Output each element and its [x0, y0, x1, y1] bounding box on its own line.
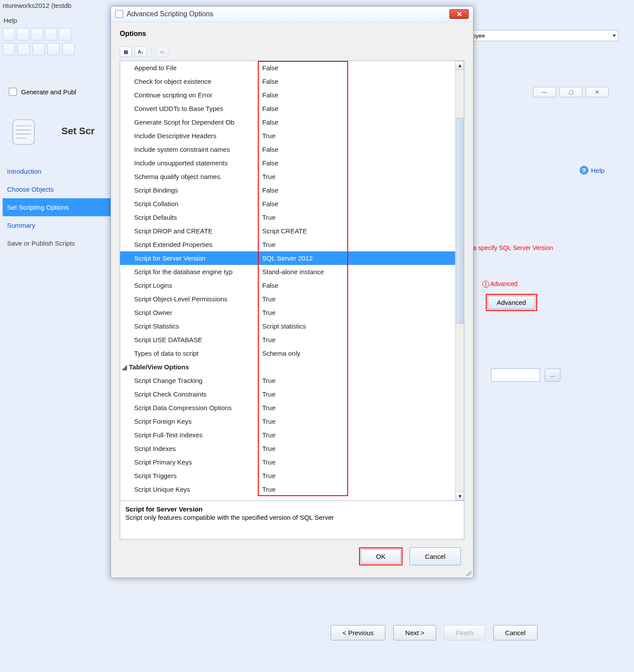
property-row[interactable]: Script Unique KeysTrue — [120, 483, 455, 496]
toolbar-button[interactable] — [62, 43, 75, 55]
property-value[interactable]: True — [260, 445, 455, 452]
property-row[interactable]: Script TriggersTrue — [120, 469, 455, 483]
property-value[interactable]: True — [260, 486, 455, 493]
property-row[interactable]: Script StatisticsScript statistics — [120, 319, 455, 333]
property-value[interactable]: Script statistics — [260, 322, 455, 330]
toolbar-button[interactable] — [31, 28, 43, 40]
sidebar-item[interactable]: Set Scripting Options — [3, 198, 117, 216]
property-value[interactable]: False — [260, 200, 455, 207]
property-row[interactable]: Script for the database engine typStand-… — [120, 265, 455, 279]
property-value[interactable]: False — [260, 282, 455, 289]
property-value[interactable]: True — [260, 404, 455, 411]
maximize-button[interactable]: ▢ — [559, 87, 582, 97]
property-row[interactable]: Types of data to scriptSchema only — [120, 347, 455, 360]
property-value[interactable]: Schema only — [260, 350, 455, 357]
property-group[interactable]: ◢Table/View Options — [120, 360, 455, 374]
property-value[interactable]: True — [260, 241, 455, 248]
property-row[interactable]: Script DROP and CREATEScript CREATE — [120, 224, 455, 238]
property-value[interactable]: True — [260, 458, 455, 466]
help-link[interactable]: ? Help — [580, 166, 605, 175]
property-row[interactable]: Script DefaultsTrue — [120, 211, 455, 224]
property-value[interactable]: False — [260, 91, 455, 99]
close-button[interactable]: ✕ — [586, 87, 609, 97]
property-value[interactable]: True — [260, 472, 455, 479]
property-row[interactable]: Script Change TrackingTrue — [120, 374, 455, 387]
property-row[interactable]: Script Extended PropertiesTrue — [120, 238, 455, 251]
property-value[interactable]: True — [260, 214, 455, 221]
property-row[interactable]: Generate Script for Dependent ObFalse — [120, 115, 455, 129]
toolbar-button[interactable] — [17, 28, 29, 40]
property-row[interactable]: Include Descriptive HeadersTrue — [120, 129, 455, 143]
property-row[interactable]: Script Full-Text IndexesTrue — [120, 428, 455, 442]
property-value[interactable]: True — [260, 418, 455, 425]
property-value[interactable]: False — [260, 118, 455, 126]
property-row[interactable]: Check for object existenceFalse — [120, 75, 455, 88]
property-value[interactable]: SQL Server 2012 — [260, 254, 455, 262]
resize-grip[interactable] — [465, 570, 471, 576]
property-value[interactable]: True — [260, 390, 455, 398]
property-row[interactable]: Script Foreign KeysTrue — [120, 415, 455, 428]
property-value[interactable]: True — [260, 173, 455, 180]
property-value[interactable]: False — [260, 186, 455, 194]
property-value[interactable]: True — [260, 431, 455, 439]
advanced-button[interactable]: Advanced — [488, 296, 535, 309]
browse-button[interactable]: … — [545, 368, 560, 382]
scroll-up-icon[interactable]: ▴ — [456, 61, 464, 70]
property-value[interactable]: True — [260, 377, 455, 384]
scrollbar[interactable]: ▴ ▾ — [455, 61, 464, 500]
property-row[interactable]: Continue scripting on ErrorFalse — [120, 88, 455, 102]
toolbar-button[interactable] — [59, 28, 71, 40]
property-row[interactable]: Convert UDDTs to Base TypesFalse — [120, 102, 455, 115]
property-value[interactable]: True — [260, 295, 455, 303]
sort-az-button[interactable]: A↓ — [135, 46, 147, 57]
cancel-button[interactable]: Cancel — [493, 625, 538, 640]
categorize-button[interactable]: ▦ — [120, 46, 132, 57]
property-row[interactable]: Include system constraint namesFalse — [120, 143, 455, 156]
property-value[interactable]: True — [260, 132, 455, 139]
property-row[interactable]: Include unsupported statementsFalse — [120, 156, 455, 170]
property-value[interactable]: True — [260, 309, 455, 316]
property-row[interactable]: Script CollationFalse — [120, 197, 455, 211]
toolbar-button[interactable] — [18, 43, 30, 55]
menu-help[interactable]: Help — [4, 17, 17, 24]
next-button[interactable]: Next > — [393, 625, 436, 640]
ok-button[interactable]: OK — [361, 549, 401, 564]
sidebar-item[interactable]: Introduction — [3, 162, 117, 180]
property-value[interactable]: Stand-alone instance — [260, 268, 455, 275]
property-row[interactable]: Script IndexesTrue — [120, 442, 455, 455]
property-value[interactable]: False — [260, 64, 455, 71]
toolbar-button[interactable] — [47, 43, 60, 55]
property-row[interactable]: Script Primary KeysTrue — [120, 455, 455, 469]
property-row[interactable]: Script OwnerTrue — [120, 306, 455, 319]
toolbar-button[interactable] — [32, 43, 45, 55]
property-value[interactable]: False — [260, 146, 455, 153]
property-value[interactable]: True — [260, 336, 455, 343]
property-row[interactable]: Script Object-Level PermissionsTrue — [120, 292, 455, 306]
toolbar-button[interactable] — [3, 43, 15, 55]
sidebar-item[interactable]: Summary — [3, 216, 117, 234]
toolbar-button[interactable] — [3, 28, 15, 40]
property-row[interactable]: Schema qualify object names.True — [120, 170, 455, 183]
property-row[interactable]: Script for Server VersionSQL Server 2012 — [120, 251, 455, 265]
property-label: Generate Script for Dependent Ob — [129, 118, 260, 126]
sidebar-item[interactable]: Choose Objects — [3, 180, 117, 198]
minimize-button[interactable]: — — [533, 87, 556, 97]
property-value[interactable]: False — [260, 159, 455, 167]
property-row[interactable]: Append to FileFalse — [120, 61, 455, 75]
dialog-cancel-button[interactable]: Cancel — [410, 547, 461, 565]
property-row[interactable]: Script LoginsFalse — [120, 279, 455, 292]
property-row[interactable]: Script BindingsFalse — [120, 183, 455, 197]
property-row[interactable]: Script USE DATABASETrue — [120, 333, 455, 347]
property-value[interactable]: Script CREATE — [260, 227, 455, 235]
scroll-down-icon[interactable]: ▾ — [456, 492, 464, 500]
toolbar-button[interactable] — [45, 28, 57, 40]
property-value[interactable]: False — [260, 105, 455, 112]
file-path-input[interactable] — [491, 368, 540, 382]
property-value[interactable]: False — [260, 78, 455, 85]
dialog-close-button[interactable]: ✕ — [449, 9, 469, 19]
previous-button[interactable]: < Previous — [331, 625, 385, 640]
property-row[interactable]: Script Check ConstraintsTrue — [120, 387, 455, 401]
property-grid[interactable]: Append to FileFalseCheck for object exis… — [120, 61, 455, 500]
scroll-thumb[interactable] — [456, 118, 463, 324]
property-row[interactable]: Script Data Compression OptionsTrue — [120, 401, 455, 415]
